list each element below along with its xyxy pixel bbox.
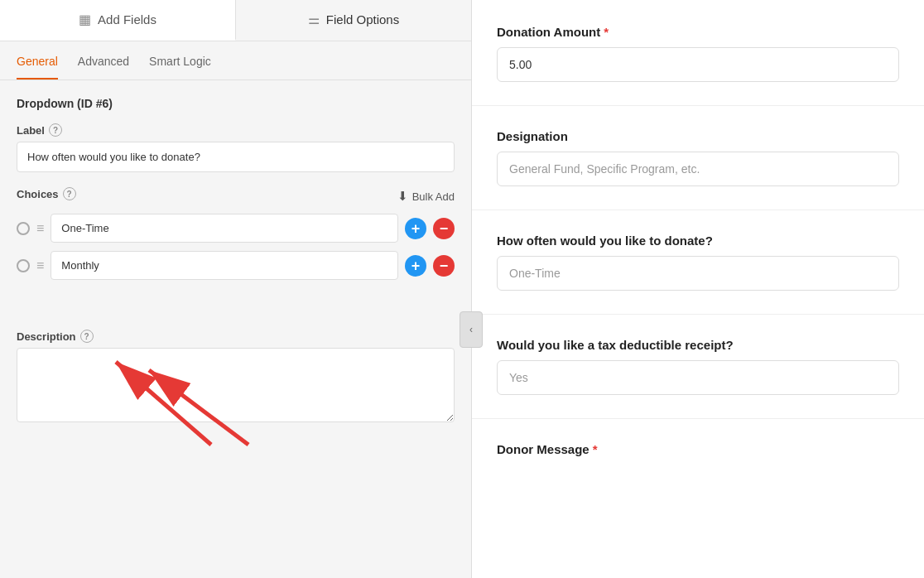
label-input[interactable]: [17, 142, 455, 172]
bulk-add-icon: ⬇: [397, 189, 408, 204]
tax-receipt-section: Would you like a tax deductible receipt?…: [497, 338, 899, 395]
sub-tab-advanced[interactable]: Advanced: [78, 55, 129, 79]
donation-amount-section: Donation Amount * 5.00: [497, 25, 899, 82]
field-options-label: Field Options: [326, 12, 399, 26]
tax-receipt-input[interactable]: Yes: [497, 360, 899, 395]
designation-section: Designation General Fund, Specific Progr…: [497, 129, 899, 186]
remove-choice-button-2[interactable]: −: [433, 255, 455, 277]
label-group: Label ?: [17, 123, 455, 172]
add-choice-button-2[interactable]: +: [405, 255, 426, 277]
add-choice-button-1[interactable]: +: [405, 218, 426, 239]
separator-1: [472, 105, 924, 106]
choice-input-2[interactable]: [51, 251, 398, 280]
choice-radio-2[interactable]: [17, 259, 30, 272]
description-textarea[interactable]: [17, 348, 455, 422]
remove-choice-button-1[interactable]: −: [433, 218, 455, 239]
collapse-panel-button[interactable]: ‹: [460, 311, 483, 348]
how-often-input[interactable]: One-Time: [497, 256, 899, 291]
designation-input[interactable]: General Fund, Specific Program, etc.: [497, 152, 899, 186]
choices-header: Choices ? ⬇ Bulk Add: [17, 187, 455, 205]
choice-row-1: ≡ + −: [17, 214, 455, 243]
donor-message-required: *: [593, 442, 598, 456]
donation-amount-label: Donation Amount *: [497, 25, 899, 39]
separator-3: [472, 314, 924, 315]
choices-help-icon[interactable]: ?: [63, 187, 76, 200]
how-often-label: How often would you like to donate?: [497, 234, 899, 248]
add-fields-icon: ▦: [79, 12, 91, 27]
description-label: Description ?: [17, 330, 455, 343]
sub-tab-general[interactable]: General: [17, 55, 58, 79]
drag-handle-1[interactable]: ≡: [36, 221, 44, 236]
donation-amount-required: *: [604, 25, 609, 39]
drag-handle-2[interactable]: ≡: [36, 258, 44, 273]
field-options-icon: ⚌: [308, 12, 320, 27]
add-fields-label: Add Fields: [98, 12, 156, 26]
separator-4: [472, 418, 924, 419]
choice-row-2: ≡ + −: [17, 251, 455, 280]
separator-2: [472, 210, 924, 210]
tax-receipt-label: Would you like a tax deductible receipt?: [497, 338, 899, 352]
right-panel: Donation Amount * 5.00 Designation Gener…: [472, 0, 924, 578]
donation-amount-input[interactable]: 5.00: [497, 47, 899, 82]
tab-field-options[interactable]: ⚌ Field Options: [236, 0, 471, 41]
description-group: Description ?: [17, 330, 455, 426]
bulk-add-button[interactable]: ⬇ Bulk Add: [397, 189, 455, 204]
sub-tabs: General Advanced Smart Logic: [0, 41, 471, 80]
field-options-content: Dropdown (ID #6) Label ? Choices ? ⬇ Bul…: [0, 80, 471, 578]
donor-message-section: Donor Message *: [497, 442, 899, 456]
field-title: Dropdown (ID #6): [17, 97, 455, 110]
bulk-add-label: Bulk Add: [412, 190, 455, 203]
choices-label: Choices ?: [17, 187, 76, 200]
donor-message-label: Donor Message *: [497, 442, 899, 456]
label-help-icon[interactable]: ?: [49, 123, 62, 137]
tab-bar: ▦ Add Fields ⚌ Field Options: [0, 0, 471, 41]
designation-label: Designation: [497, 129, 899, 143]
tab-add-fields[interactable]: ▦ Add Fields: [0, 0, 236, 41]
how-often-section: How often would you like to donate? One-…: [497, 234, 899, 291]
sub-tab-smart-logic[interactable]: Smart Logic: [149, 55, 211, 79]
label-field-label: Label ?: [17, 123, 455, 137]
choices-group: Choices ? ⬇ Bulk Add ≡ + − ≡: [17, 187, 455, 280]
choice-radio-1[interactable]: [17, 222, 30, 235]
description-help-icon[interactable]: ?: [80, 330, 94, 343]
choice-input-1[interactable]: [51, 214, 398, 243]
left-panel: ▦ Add Fields ⚌ Field Options General Adv…: [0, 0, 472, 578]
